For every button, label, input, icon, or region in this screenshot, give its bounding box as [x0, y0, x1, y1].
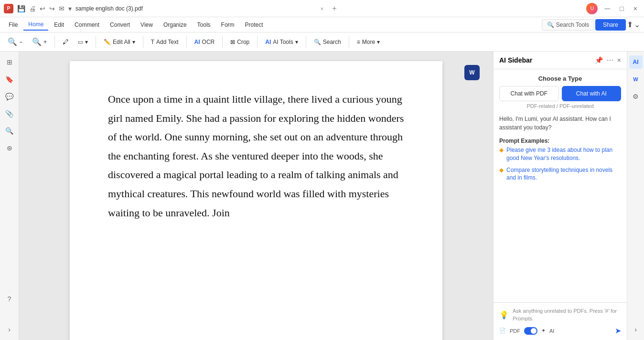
crop-button[interactable]: ⊠ Crop — [226, 37, 253, 47]
right-settings-icon[interactable]: ⚙ — [629, 90, 643, 103]
pin-icon[interactable]: 📌 — [595, 56, 603, 64]
zoom-out-button[interactable]: 🔍 − — [4, 35, 26, 48]
highlight-button[interactable]: 🖍 — [59, 37, 72, 47]
menu-protect[interactable]: Protect — [240, 20, 268, 30]
sidebar-expand-icon[interactable]: › — [3, 323, 16, 336]
menu-convert[interactable]: Convert — [105, 20, 135, 30]
word-badge[interactable]: W — [464, 65, 480, 80]
app-icon: P — [4, 4, 13, 13]
menu-file[interactable]: File — [4, 20, 22, 30]
ai-sidebar-body: Choose a Type Chat with PDF Chat with AI… — [494, 69, 627, 302]
collapse-button[interactable]: ⌄ — [634, 20, 640, 29]
type-buttons: Chat with PDF Chat with AI — [499, 86, 621, 101]
right-word-panel-icon[interactable]: W — [629, 73, 643, 86]
edit-icon: ✏️ — [104, 39, 111, 45]
toolbar-separator-4 — [186, 36, 187, 48]
window-minimize-button[interactable]: — — [601, 4, 613, 13]
ai-footer-toggles: 📄 PDF ✦ AI ➤ — [499, 326, 621, 335]
crop-icon: ⊠ — [230, 39, 235, 45]
dropdown-icon[interactable]: ▾ — [68, 5, 72, 12]
main-content: ⊞ 🔖 💬 📎 🔍 ⊛ ? › W Once upon a time in a … — [0, 52, 644, 340]
sidebar-help-icon[interactable]: ? — [3, 292, 16, 306]
chat-with-ai-button[interactable]: Chat with AI — [562, 86, 622, 101]
tab-filename: sample english doc (3).pdf — [75, 5, 315, 12]
sidebar-bookmark-icon[interactable]: 🔖 — [3, 73, 16, 86]
prompt-text-1[interactable]: Please give me 3 ideas about how to plan… — [506, 146, 621, 162]
pdf-ai-toggle[interactable] — [524, 327, 537, 335]
ai-sidebar-title: AI Sidebar — [499, 56, 591, 64]
toolbar-separator-8 — [349, 36, 349, 48]
toolbar: 🔍 − 🔍 + 🖍 ▭ ▾ ✏️ Edit All ▾ T Add Text A… — [0, 32, 644, 52]
toolbar-separator-6 — [257, 36, 258, 48]
undo-icon[interactable]: ↩ — [40, 5, 45, 12]
ai-greeting: Hello, I'm Lumi, your AI assistant. How … — [499, 115, 621, 132]
text-icon: T — [151, 39, 154, 45]
sidebar-comment-icon[interactable]: 💬 — [3, 90, 16, 103]
menu-organize[interactable]: Organize — [159, 20, 192, 30]
rectangle-icon: ▭ — [78, 39, 83, 45]
sidebar-search-icon[interactable]: 🔍 — [3, 124, 16, 138]
prompt-examples-section: Prompt Examples: ◆ Please give me 3 idea… — [499, 138, 621, 184]
upload-button[interactable]: ⬆ — [627, 20, 633, 29]
print-icon[interactable]: 🖨 — [29, 5, 36, 12]
edit-all-button[interactable]: ✏️ Edit All ▾ — [100, 37, 139, 47]
save-icon[interactable]: 💾 — [17, 5, 25, 12]
window-close-button[interactable]: × — [631, 4, 640, 13]
choose-type-section: Choose a Type Chat with PDF Chat with AI… — [499, 75, 621, 109]
chevron-down-icon: ▾ — [85, 39, 88, 45]
left-sidebar: ⊞ 🔖 💬 📎 🔍 ⊛ ? › — [0, 52, 19, 340]
redo-icon[interactable]: ↪ — [49, 5, 55, 12]
menu-comment[interactable]: Comment — [70, 20, 104, 30]
close-sidebar-button[interactable]: × — [617, 56, 621, 64]
ai-sidebar: AI Sidebar 📌 ⋯ × Choose a Type Chat with… — [493, 52, 627, 340]
window-maximize-button[interactable]: □ — [617, 4, 626, 13]
type-subtitle: PDF-related / PDF-unrelated — [499, 103, 621, 109]
toolbar-separator-2 — [96, 36, 96, 48]
right-chevron-icon[interactable]: › — [629, 323, 643, 336]
prompt-examples-title: Prompt Examples: — [499, 138, 621, 144]
pdf-toggle-label: PDF — [510, 328, 520, 334]
search-button[interactable]: 🔍 Search — [310, 37, 345, 47]
ai-tools-button[interactable]: AI AI Tools ▾ — [261, 37, 301, 47]
zoom-out-icon: 🔍 — [8, 37, 17, 46]
zoom-in-icon: 🔍 — [32, 37, 42, 46]
sidebar-thumbnail-icon[interactable]: ⊞ — [3, 55, 16, 69]
search-tools-label: Search Tools — [556, 21, 589, 28]
menu-view[interactable]: View — [136, 20, 158, 30]
ai-icon: AI — [265, 39, 271, 45]
menu-tools[interactable]: Tools — [193, 20, 215, 30]
right-ai-panel-icon[interactable]: AI — [629, 55, 643, 69]
user-avatar[interactable]: U — [586, 3, 598, 14]
choose-type-title: Choose a Type — [499, 75, 621, 82]
chat-with-pdf-button[interactable]: Chat with PDF — [499, 86, 559, 101]
shape-button[interactable]: ▭ ▾ — [74, 37, 92, 47]
prompt-item-1[interactable]: ◆ Please give me 3 ideas about how to pl… — [499, 144, 621, 164]
title-bar: P 💾 🖨 ↩ ↪ ✉ ▾ sample english doc (3).pdf… — [0, 0, 644, 17]
zoom-in-button[interactable]: 🔍 + — [28, 35, 51, 48]
sidebar-paperclip-icon[interactable]: 📎 — [3, 107, 16, 120]
search-tools-button[interactable]: 🔍 Search Tools — [542, 19, 594, 31]
ai-toggle-label: AI — [549, 328, 554, 334]
note-icon[interactable]: ✉ — [59, 5, 64, 12]
more-button[interactable]: ≡ More ▾ — [353, 37, 384, 47]
toolbar-separator-1 — [54, 36, 55, 48]
menu-edit[interactable]: Edit — [49, 20, 69, 30]
ai-sidebar-footer: 💡 Ask anything unrelated to PDFs. Press … — [494, 302, 627, 340]
ai-icon-footer: ✦ — [541, 328, 546, 334]
share-button[interactable]: Share — [595, 19, 626, 31]
add-text-button[interactable]: T Add Text — [147, 37, 182, 47]
chevron-down-icon: ▾ — [295, 39, 298, 45]
prompt-item-2[interactable]: ◆ Compare storytelling techniques in nov… — [499, 164, 621, 184]
ai-input-area: 💡 Ask anything unrelated to PDFs. Press … — [499, 308, 621, 322]
more-options-icon[interactable]: ⋯ — [607, 56, 613, 64]
new-tab-button[interactable]: + — [329, 4, 339, 13]
prompt-bullet-2: ◆ — [499, 167, 504, 173]
menu-home[interactable]: Home — [23, 19, 48, 31]
send-button[interactable]: ➤ — [615, 326, 621, 335]
ocr-button[interactable]: AI OCR — [191, 37, 219, 47]
prompt-text-2[interactable]: Compare storytelling techniques in novel… — [506, 166, 621, 182]
menu-form[interactable]: Form — [216, 20, 239, 30]
sidebar-layers-icon[interactable]: ⊛ — [3, 141, 16, 155]
toolbar-separator-5 — [222, 36, 223, 48]
close-tab-button[interactable]: × — [319, 5, 325, 12]
